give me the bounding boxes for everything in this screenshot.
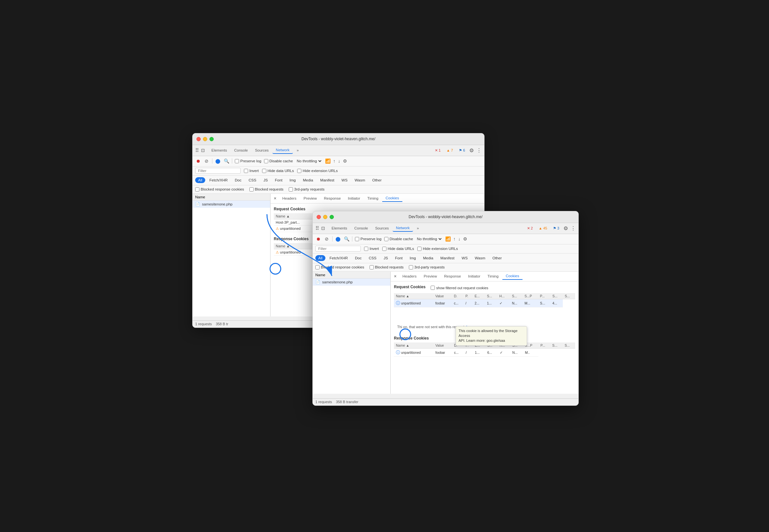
blocked-requests-label-fg[interactable]: Blocked requests (369, 265, 404, 269)
chip-fetch-bg[interactable]: Fetch/XHR (206, 177, 230, 183)
settings2-icon-fg[interactable]: ⚙ (463, 236, 467, 241)
search-icon-bg[interactable]: 🔍 (223, 158, 229, 164)
blocked-requests-label-bg[interactable]: Blocked requests (249, 187, 283, 192)
preserve-log-checkbox-bg[interactable] (235, 159, 239, 163)
filter-icon-fg[interactable]: ⬤ (335, 236, 341, 242)
blocked-cookies-checkbox-bg[interactable] (195, 187, 199, 192)
preserve-log-label-bg[interactable]: Preserve log (235, 159, 261, 163)
tab-console-fg[interactable]: Console (351, 225, 371, 231)
maximize-button-fg[interactable] (329, 215, 334, 219)
chip-fetch-fg[interactable]: Fetch/XHR (327, 255, 351, 261)
chip-css-fg[interactable]: CSS (366, 255, 379, 261)
hide-ext-urls-checkbox-fg[interactable] (417, 247, 422, 251)
cookies-tab-bg[interactable]: Cookies (382, 195, 403, 202)
chip-js-bg[interactable]: JS (260, 177, 270, 183)
maximize-button-bg[interactable] (209, 137, 214, 141)
throttle-select-fg[interactable]: No throttling (416, 237, 443, 241)
show-filtered-checkbox-fg[interactable] (431, 286, 435, 290)
pointer-icon-fg[interactable]: ⠿ (315, 225, 319, 231)
cookies-tab-fg[interactable]: Cookies (502, 273, 523, 280)
headers-tab-fg[interactable]: Headers (399, 273, 420, 279)
invert-checkbox-bg[interactable] (244, 169, 248, 173)
blocked-cookies-checkbox-fg[interactable] (315, 265, 319, 269)
third-party-checkbox-bg[interactable] (289, 187, 293, 192)
tab-more-fg[interactable]: » (414, 225, 422, 231)
chip-doc-fg[interactable]: Doc (352, 255, 364, 261)
close-detail-tab-bg[interactable]: × (272, 195, 278, 202)
upload-icon-bg[interactable]: ↑ (333, 158, 335, 164)
preview-tab-bg[interactable]: Preview (300, 195, 320, 202)
chip-media-bg[interactable]: Media (300, 177, 316, 183)
headers-tab-bg[interactable]: Headers (279, 195, 299, 202)
close-detail-tab-fg[interactable]: × (392, 273, 399, 279)
resp-cookie-row-fg[interactable]: ⓘ unpartitioned foobar c... / 1... 6... … (394, 349, 575, 357)
preserve-log-checkbox-fg[interactable] (355, 237, 359, 241)
chip-ws-fg[interactable]: WS (459, 255, 471, 261)
hide-data-urls-checkbox-fg[interactable] (382, 247, 387, 251)
disable-cache-checkbox-fg[interactable] (384, 237, 389, 241)
upload-icon-fg[interactable]: ↑ (453, 236, 456, 241)
chip-other-fg[interactable]: Other (490, 255, 505, 261)
tab-network-fg[interactable]: Network (393, 225, 413, 232)
record-icon-bg[interactable]: ⏺ (195, 158, 201, 164)
tab-elements-bg[interactable]: Elements (208, 147, 230, 154)
throttle-select-bg[interactable]: No throttling (295, 159, 322, 163)
req-cookie-row-fg[interactable]: ⓘ unpartitioned foobar c... / 2... 1... … (394, 299, 575, 307)
chip-ws-bg[interactable]: WS (339, 177, 351, 183)
minimize-button-bg[interactable] (203, 137, 207, 141)
tab-sources-fg[interactable]: Sources (372, 225, 392, 231)
close-button-bg[interactable] (196, 137, 201, 141)
hide-data-urls-checkbox-bg[interactable] (262, 169, 266, 173)
chip-media-fg[interactable]: Media (420, 255, 436, 261)
blocked-requests-checkbox-fg[interactable] (369, 265, 374, 269)
chip-other-bg[interactable]: Other (369, 177, 384, 183)
request-row-fg[interactable]: 📄 samesitenone.php (313, 278, 391, 286)
blocked-cookies-label-bg[interactable]: Blocked response cookies (195, 187, 244, 192)
hide-ext-urls-label-bg[interactable]: Hide extension URLs (297, 169, 338, 173)
chip-all-fg[interactable]: All (315, 255, 325, 261)
filter-input-bg[interactable] (195, 168, 241, 174)
chip-font-fg[interactable]: Font (392, 255, 406, 261)
preserve-log-label-fg[interactable]: Preserve log (355, 237, 381, 241)
tab-network-bg[interactable]: Network (272, 147, 292, 154)
initiator-tab-fg[interactable]: Initiator (465, 273, 484, 279)
show-filtered-label-fg[interactable]: show filtered out request cookies (431, 286, 488, 290)
invert-checkbox-fg[interactable] (364, 247, 368, 251)
settings-icon-bg[interactable]: ⚙ (469, 147, 474, 154)
chip-css-bg[interactable]: CSS (245, 177, 259, 183)
tab-elements-fg[interactable]: Elements (328, 225, 350, 231)
blocked-requests-checkbox-bg[interactable] (249, 187, 254, 192)
tab-more-bg[interactable]: » (293, 147, 302, 154)
invert-label-bg[interactable]: Invert (244, 169, 259, 173)
disable-cache-label-fg[interactable]: Disable cache (384, 237, 413, 241)
download-icon-fg[interactable]: ↓ (458, 236, 461, 241)
settings-icon-fg[interactable]: ⚙ (564, 225, 568, 231)
chip-font-bg[interactable]: Font (272, 177, 285, 183)
filter-icon-bg[interactable]: ⬤ (215, 158, 221, 164)
minimize-button-fg[interactable] (323, 215, 327, 219)
filter-input-fg[interactable] (315, 246, 361, 252)
third-party-label-bg[interactable]: 3rd-party requests (289, 187, 324, 192)
chip-doc-bg[interactable]: Doc (232, 177, 244, 183)
download-icon-bg[interactable]: ↓ (338, 158, 340, 164)
hide-ext-urls-label-fg[interactable]: Hide extension URLs (417, 247, 458, 251)
blocked-cookies-label-fg[interactable]: Blocked response cookies (315, 265, 364, 269)
hide-ext-urls-checkbox-bg[interactable] (297, 169, 301, 173)
chip-manifest-fg[interactable]: Manifest (438, 255, 457, 261)
response-tab-bg[interactable]: Response (321, 195, 344, 202)
chip-img-bg[interactable]: Img (287, 177, 299, 183)
initiator-tab-bg[interactable]: Initiator (344, 195, 363, 202)
more-icon-bg[interactable]: ⋮ (477, 147, 482, 154)
clear-icon-fg[interactable]: ⊘ (324, 236, 329, 242)
chip-img-fg[interactable]: Img (407, 255, 419, 261)
hide-data-urls-label-bg[interactable]: Hide data URLs (262, 169, 294, 173)
tab-sources-bg[interactable]: Sources (252, 147, 272, 154)
request-row-bg[interactable]: 📄 samesitenone.php (192, 201, 270, 208)
chip-wasm-bg[interactable]: Wasm (352, 177, 368, 183)
search-icon-fg[interactable]: 🔍 (343, 236, 349, 242)
pointer-icon-bg[interactable]: ⠿ (195, 147, 199, 154)
settings2-icon-bg[interactable]: ⚙ (343, 158, 347, 164)
device-icon-bg[interactable]: ⊡ (201, 148, 205, 153)
clear-icon-bg[interactable]: ⊘ (204, 158, 209, 164)
chip-wasm-fg[interactable]: Wasm (472, 255, 488, 261)
